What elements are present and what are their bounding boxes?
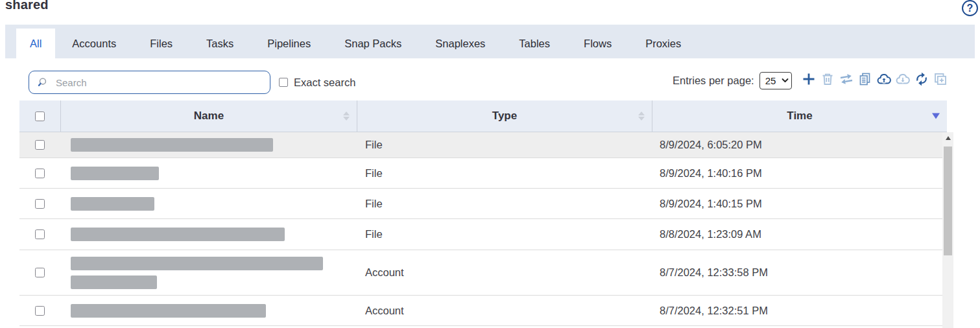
name-cell [60,138,357,152]
name-cell [60,228,357,241]
column-header-name[interactable]: Name [60,100,357,132]
select-all-checkbox[interactable] [35,111,45,121]
upload-button[interactable] [876,71,892,87]
name-cell [60,197,357,211]
tab-accounts[interactable]: Accounts [55,29,133,58]
entries-per-page-select[interactable]: 25 [759,72,792,89]
column-label: Name [194,110,224,123]
table-row[interactable]: Account 8/7/2024, 12:32:51 PM [19,296,942,326]
refresh-icon [914,71,929,87]
sort-icon [638,111,645,121]
scrollbar[interactable] [942,132,953,328]
sort-icon [343,111,350,121]
type-cell: File [357,167,652,180]
scroll-up-arrow-icon [946,136,951,140]
add-button[interactable] [801,71,817,87]
time-cell: 8/9/2024, 1:40:16 PM [652,167,942,180]
table-body: File 8/9/2024, 6:05:20 PM File 8/9/2024,… [19,132,942,326]
name-cell [60,304,357,318]
redacted-name-bar [71,197,154,211]
row-checkbox[interactable] [35,268,45,277]
sort-descending-icon [932,113,940,119]
tab-snap-packs[interactable]: Snap Packs [328,29,418,58]
entries-per-page-label: Entries per page: [673,75,754,87]
scroll-up-button[interactable] [942,132,953,143]
time-cell: 8/7/2024, 12:33:58 PM [652,266,942,279]
name-cell [60,167,357,180]
cloud-upload-icon [876,71,892,87]
trash-icon [820,71,835,87]
tab-pipelines[interactable]: Pipelines [250,29,328,58]
exact-search-label: Exact search [294,76,355,89]
tab-files[interactable]: Files [133,29,189,58]
type-cell: Account [357,266,652,279]
tab-tasks[interactable]: Tasks [189,29,250,58]
plus-icon [801,71,817,87]
entries-per-page: Entries per page: 25 [673,71,792,89]
move-button[interactable] [839,71,854,87]
table-row[interactable]: File 8/9/2024, 6:05:20 PM [19,132,942,158]
exact-search-checkbox[interactable] [279,78,288,87]
type-cell: File [357,228,652,240]
column-header-time[interactable]: Time [652,100,947,132]
table-row[interactable]: File 8/9/2024, 1:40:16 PM [19,158,942,189]
time-cell: 8/9/2024, 6:05:20 PM [652,139,942,151]
redacted-name-bar [71,257,323,270]
column-header-type[interactable]: Type [357,100,652,132]
table-row[interactable]: File 8/8/2024, 1:23:09 AM [19,219,942,250]
create-table-button[interactable] [933,71,948,87]
row-checkbox[interactable] [35,140,45,150]
redacted-name-bar [71,275,157,289]
type-cell: File [357,198,652,210]
search-icon [37,76,49,89]
scrollbar-thumb[interactable] [944,146,952,255]
tab-tables[interactable]: Tables [502,29,567,58]
download-button[interactable] [895,71,911,87]
row-checkbox[interactable] [35,229,45,239]
delete-button[interactable] [820,71,835,87]
redacted-name-bar [71,304,266,318]
search-input[interactable] [56,77,270,88]
row-checkbox[interactable] [35,199,45,209]
time-cell: 8/8/2024, 1:23:09 AM [652,228,942,240]
tab-snaplexes[interactable]: Snaplexes [418,29,502,58]
tab-flows[interactable]: Flows [567,29,628,58]
row-checkbox[interactable] [35,306,45,316]
cloud-download-icon [895,71,911,87]
copy-button[interactable] [857,71,873,87]
tab-bar: All Accounts Files Tasks Pipelines Snap … [5,25,975,58]
copy-pages-icon [857,71,873,87]
table-row[interactable]: Account 8/7/2024, 12:33:58 PM [19,250,942,296]
shared-page: shared ? All Accounts Files Tasks Pipeli… [0,0,980,328]
table-row[interactable]: File 8/9/2024, 1:40:15 PM [19,189,942,219]
name-cell [60,257,357,289]
time-cell: 8/7/2024, 12:32:51 PM [652,305,942,317]
table-header: Name Type Time [19,100,947,132]
exact-search-group: Exact search [279,71,355,94]
type-cell: Account [357,305,652,317]
page-title: shared [5,0,49,12]
question-mark-icon: ? [967,3,974,14]
select-all-cell [19,100,60,132]
table-plus-icon [933,71,948,87]
redacted-name-bar [71,167,159,180]
time-cell: 8/9/2024, 1:40:15 PM [652,198,942,210]
redacted-name-bar [71,138,273,152]
column-label: Time [787,110,812,123]
column-label: Type [492,110,517,123]
search-box [29,71,270,94]
tab-all[interactable]: All [16,29,55,58]
swap-arrows-icon [839,71,854,87]
toolbar [801,71,948,87]
tab-proxies[interactable]: Proxies [628,29,698,58]
help-button[interactable]: ? [962,0,978,16]
refresh-button[interactable] [914,71,929,87]
redacted-name-bar [71,228,285,241]
type-cell: File [357,139,652,151]
row-checkbox[interactable] [35,169,45,178]
